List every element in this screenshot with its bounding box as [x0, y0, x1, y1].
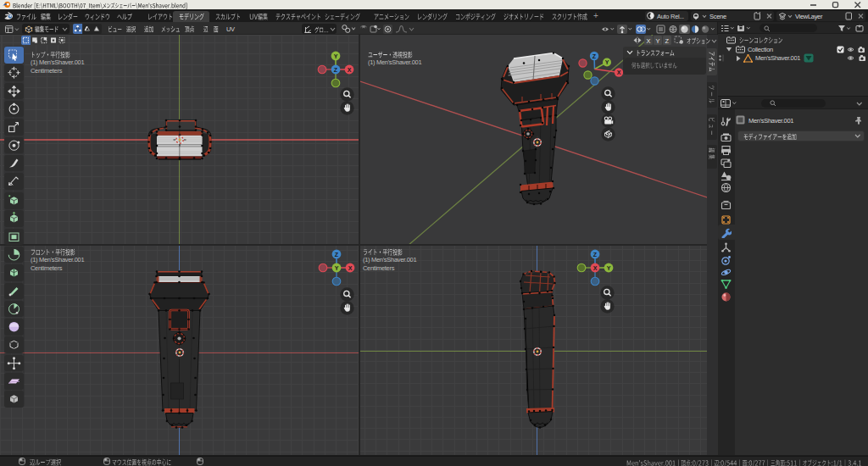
svg-text:Y: Y	[607, 265, 611, 271]
svg-text:Y: Y	[334, 53, 338, 59]
svg-text:X: X	[617, 69, 621, 75]
svg-text:Y: Y	[605, 59, 609, 65]
svg-text:X: X	[593, 265, 598, 271]
svg-text:Z: Z	[593, 53, 597, 59]
svg-text:X: X	[348, 67, 352, 73]
svg-text:Y: Y	[335, 265, 339, 271]
svg-text:Z: Z	[335, 252, 339, 258]
svg-text:Z: Z	[593, 252, 598, 258]
svg-text:Z: Z	[334, 67, 338, 73]
svg-text:X: X	[348, 265, 353, 271]
